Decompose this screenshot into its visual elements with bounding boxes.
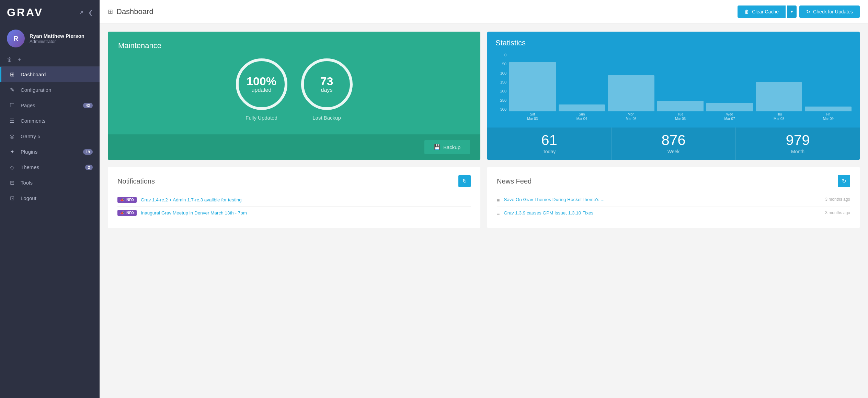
- clear-cache-dropdown-button[interactable]: ▾: [787, 5, 797, 18]
- chart-x-label: ThuMar 08: [756, 112, 802, 122]
- backup-icon: 💾: [434, 144, 441, 150]
- circle-updated-unit: updated: [252, 87, 272, 93]
- backup-button[interactable]: 💾 Backup: [424, 140, 470, 154]
- chart-bar: [756, 82, 802, 111]
- nav-icon-plugins: ✦: [8, 148, 16, 155]
- sidebar-item-dashboard[interactable]: ⊞ Dashboard: [0, 67, 100, 82]
- circle-backup-unit: days: [321, 87, 333, 93]
- sidebar-action-icons: 🗑 +: [0, 53, 100, 67]
- notification-badge: 📣 INFO: [117, 197, 137, 203]
- stat-num-item: 876 Week: [612, 128, 736, 160]
- page-title: ⊞ Dashboard: [108, 7, 738, 16]
- circle-updated-value: 100%: [247, 75, 276, 87]
- nav-badge-themes: 2: [85, 165, 93, 170]
- news-time: 3 months ago: [825, 210, 850, 215]
- chart-bar-group: [657, 53, 704, 111]
- trash-icon[interactable]: 🗑: [7, 57, 12, 63]
- sidebar-nav: ⊞ Dashboard ✎ Configuration ☐ Pages 42 ☰…: [0, 67, 100, 206]
- circle-updated-ring: 100% updated: [236, 58, 287, 110]
- stats-title: Statistics: [495, 38, 852, 47]
- news-text[interactable]: Save On Grav Themes During RocketTheme's…: [504, 197, 821, 202]
- chart-bar-group: [706, 53, 753, 111]
- nav-label-themes: Themes: [21, 164, 85, 170]
- circle-updated: 100% updated Fully Updated: [236, 58, 287, 121]
- notification-item: 📣 INFO Grav 1.4-rc.2 + Admin 1.7-rc.3 av…: [117, 194, 471, 207]
- sidebar-item-configuration[interactable]: ✎ Configuration: [0, 82, 100, 98]
- chart-bar-group: [805, 53, 852, 111]
- sidebar-item-gantry5[interactable]: ◎ Gantry 5: [0, 129, 100, 144]
- sidebar-item-plugins[interactable]: ✦ Plugins 19: [0, 144, 100, 159]
- notifications-header: Notifications ↻: [117, 175, 471, 187]
- sidebar-item-pages[interactable]: ☐ Pages 42: [0, 98, 100, 113]
- nav-badge-plugins: 19: [83, 149, 93, 155]
- chart-bar: [657, 101, 704, 111]
- chart-bar: [509, 62, 556, 112]
- user-name: Ryan Matthew Pierson: [30, 33, 84, 39]
- chart-bar: [706, 103, 753, 112]
- chart-bars: [509, 53, 852, 111]
- notifications-refresh-button[interactable]: ↻: [458, 175, 471, 187]
- maintenance-bottom: 💾 Backup: [108, 134, 480, 160]
- circle-backup-value: 73: [320, 75, 333, 87]
- chart-y-label: 250: [500, 98, 506, 102]
- chart-bar-group: [608, 53, 654, 111]
- news-item: ≡ Grav 1.3.9 causes GPM Issue, 1.3.10 Fi…: [497, 207, 850, 220]
- chart-x-label: SatMar 03: [509, 112, 556, 122]
- nav-label-gantry5: Gantry 5: [21, 133, 93, 139]
- chart-x-label: FriMar 09: [805, 112, 852, 122]
- external-link-icon[interactable]: ↗: [79, 9, 83, 16]
- notification-item: 📣 INFO Inaugural Grav Meetup in Denver M…: [117, 207, 471, 219]
- news-text[interactable]: Grav 1.3.9 causes GPM Issue, 1.3.10 Fixe…: [504, 210, 821, 215]
- newsfeed-title: News Feed: [497, 177, 532, 185]
- chart-y-label: 200: [500, 89, 506, 93]
- sidebar-item-themes[interactable]: ◇ Themes 2: [0, 159, 100, 175]
- sidebar-item-logout[interactable]: ⊡ Logout: [0, 190, 100, 206]
- sidebar-item-comments[interactable]: ☰ Comments: [0, 113, 100, 129]
- notification-badge: 📣 INFO: [117, 210, 137, 216]
- notifications-title: Notifications: [117, 177, 155, 185]
- maintenance-card: Maintenance 100% updated Fully Updated 7…: [108, 32, 480, 160]
- circle-backup-ring: 73 days: [301, 58, 353, 110]
- news-time: 3 months ago: [825, 197, 850, 202]
- sidebar: GRAV ↗ ❮ R Ryan Matthew Pierson Administ…: [0, 0, 100, 398]
- chart-container: 300250200150100500 SatMar 03SunMar 04Mon…: [495, 53, 852, 122]
- avatar: R: [7, 30, 25, 47]
- chart-bar: [608, 75, 654, 111]
- nav-label-tools: Tools: [21, 180, 93, 186]
- chart-y-label: 0: [504, 53, 506, 57]
- notification-text[interactable]: Grav 1.4-rc.2 + Admin 1.7-rc.3 availble …: [141, 197, 242, 202]
- nav-label-logout: Logout: [21, 195, 93, 201]
- nav-label-configuration: Configuration: [21, 87, 93, 93]
- check-updates-button[interactable]: ↻ Check for Updates: [799, 5, 860, 18]
- chart-x-labels: SatMar 03SunMar 04MonMar 05TueMar 06WedM…: [509, 112, 852, 122]
- sidebar-item-tools[interactable]: ⊟ Tools: [0, 175, 100, 190]
- newsfeed-refresh-button[interactable]: ↻: [838, 175, 850, 187]
- topbar: ⊞ Dashboard 🗑 Clear Cache ▾ ↻ Check for …: [100, 0, 868, 23]
- notifications-list: 📣 INFO Grav 1.4-rc.2 + Admin 1.7-rc.3 av…: [117, 194, 471, 219]
- nav-label-pages: Pages: [21, 102, 83, 108]
- nav-icon-configuration: ✎: [8, 87, 16, 93]
- statistics-card: Statistics 300250200150100500 SatMar 03S…: [487, 32, 860, 160]
- nav-label-dashboard: Dashboard: [21, 71, 93, 77]
- nav-label-comments: Comments: [21, 118, 93, 124]
- nav-icon-logout: ⊡: [8, 195, 16, 201]
- user-panel: R Ryan Matthew Pierson Administrator: [0, 24, 100, 53]
- news-icon: ≡: [497, 211, 500, 217]
- newsfeed-list: ≡ Save On Grav Themes During RocketTheme…: [497, 194, 850, 220]
- clear-cache-button[interactable]: 🗑 Clear Cache: [738, 5, 786, 18]
- stat-num-label: Today: [491, 149, 608, 154]
- notification-text[interactable]: Inaugural Grav Meetup in Denver March 13…: [141, 210, 247, 215]
- add-icon[interactable]: +: [18, 57, 21, 63]
- news-icon: ≡: [497, 198, 500, 203]
- stat-num-label: Week: [615, 149, 732, 154]
- trash-icon-btn: 🗑: [744, 9, 749, 14]
- nav-icon-comments: ☰: [8, 118, 16, 124]
- sidebar-toggle-icon[interactable]: ❮: [88, 9, 93, 16]
- chart-y-labels: 300250200150100500: [495, 53, 508, 111]
- page-title-text: Dashboard: [116, 7, 153, 16]
- nav-label-plugins: Plugins: [21, 149, 83, 155]
- stat-num-value: 876: [615, 133, 732, 147]
- logo-text: GRAV: [7, 6, 43, 19]
- chart-bar-group: [756, 53, 802, 111]
- stat-num-value: 979: [739, 133, 856, 147]
